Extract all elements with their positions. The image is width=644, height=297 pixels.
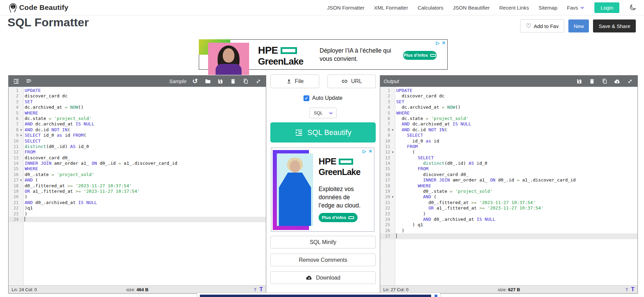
add-to-fav-button[interactable]: ♡ Add to Fav — [520, 19, 565, 32]
delete-icon-output[interactable] — [588, 77, 596, 85]
line-number: 12 — [380, 149, 390, 155]
moon-icon — [629, 4, 636, 11]
bottom-ad-strip[interactable] — [197, 293, 440, 297]
fold-arrow-icon[interactable]: ▾ — [390, 149, 395, 155]
code-line: 5WHERE — [9, 110, 266, 116]
file-upload-button[interactable]: File — [270, 75, 319, 88]
middle-column: File URL ✓ Auto Update SQL SQL Beautify — [270, 75, 376, 294]
open-folder-icon[interactable] — [204, 77, 212, 85]
code-line: 14INNER JOIN amr_order a1_ ON d0_.id = a… — [9, 161, 266, 166]
nav-sitemap[interactable]: Sitemap — [539, 5, 557, 11]
line-number: 21 — [380, 200, 390, 205]
line-number: 14 — [380, 161, 390, 166]
adchoices-icon[interactable]: ▷ — [436, 40, 439, 45]
login-button[interactable]: Login — [594, 2, 619, 13]
code-line: 9▾SELECT id_0 as id FROM( — [9, 133, 266, 138]
fold-arrow-icon[interactable]: ▾ — [18, 127, 24, 133]
code-line: 20▾ AND ( — [380, 194, 637, 200]
save-icon-output[interactable] — [575, 77, 583, 85]
banner-ad[interactable]: HPE GreenLake Déployer l’IA à l’échelle … — [199, 39, 448, 70]
ad-cta-button[interactable]: Plus d’infos — [403, 51, 437, 60]
save-icon[interactable] — [216, 77, 224, 85]
nav-calculators[interactable]: Calculators — [417, 5, 443, 11]
code-line: 6dc.state = 'project_sold' — [9, 116, 266, 121]
ad-close-icon-2[interactable]: ✕ — [369, 149, 372, 154]
download-button[interactable]: Download — [270, 271, 376, 284]
language-select[interactable]: SQL — [309, 108, 337, 118]
fold-arrow-icon[interactable]: ▾ — [18, 177, 24, 183]
ad-close-icon[interactable]: ✕ — [442, 40, 446, 45]
brand[interactable]: Code Beautify — [8, 2, 68, 13]
code-line: 19OR a1_.fittered_at >= '2023-11-27 10:3… — [9, 189, 266, 194]
fold-arrow-icon[interactable]: ▾ — [18, 133, 24, 138]
line-number: 19 — [380, 189, 390, 194]
nav-xml-formatter[interactable]: XML Formatter — [374, 5, 408, 11]
line-number: 16 — [380, 172, 390, 177]
ad-woman-photo — [208, 43, 249, 75]
sql-beautify-button[interactable]: SQL Beautify — [270, 122, 376, 143]
save-share-button[interactable]: Save & Share — [593, 19, 636, 32]
history-icon[interactable]: ↺ — [191, 77, 199, 85]
line-number: 15 — [380, 166, 390, 172]
square-ad[interactable]: HPE GreenLake Exploitez vos données de l… — [271, 148, 374, 232]
code-line: 13discover_card d0_ — [9, 155, 266, 161]
select-chevron-icon — [329, 111, 333, 116]
copy-icon[interactable] — [242, 77, 250, 85]
line-number: 8 — [9, 127, 18, 133]
auto-update-checkbox[interactable]: ✓ — [304, 95, 309, 101]
navbar: Code Beautify JSON Formatter XML Formatt… — [0, 0, 644, 15]
font-increase-button[interactable]: T — [259, 286, 263, 293]
link-icon — [341, 78, 348, 85]
fullscreen-icon[interactable] — [254, 77, 262, 85]
line-number: 17 — [380, 177, 390, 183]
adchoices-icon-2[interactable]: ▷ — [363, 149, 366, 154]
input-editor-panel: Sample ↺ 1UPDATE2discover_card dc3SET4dc… — [8, 75, 266, 294]
nav-json-beautifier[interactable]: JSON Beautifier — [453, 5, 490, 11]
input-status-bar: Ln: 24 Col: 0 size: 464 B T T — [9, 285, 266, 293]
ad-cta-button-2[interactable]: Plus d’infos — [319, 213, 358, 222]
line-number: 5 — [380, 110, 390, 116]
sample-link[interactable]: Sample — [169, 78, 186, 84]
font-decrease-button-output[interactable]: T — [626, 287, 628, 292]
new-button[interactable]: New — [568, 19, 589, 32]
copy-icon-output[interactable] — [601, 77, 609, 85]
line-number: 20 — [380, 194, 390, 200]
dark-mode-toggle[interactable] — [629, 4, 636, 11]
code-line: 18d0_.fittered_at >= '2023-11-27 10:37:5… — [9, 183, 266, 189]
url-load-button[interactable]: URL — [327, 75, 376, 88]
fold-arrow-icon[interactable]: ▾ — [390, 127, 395, 133]
code-line: 24 AND d0_.archived_at IS NULL — [380, 217, 637, 222]
text-cursor — [25, 217, 25, 221]
code-line: 7 AND dc.archived_at IS NULL — [380, 121, 637, 127]
nav-recent-links[interactable]: Recent Links — [499, 5, 529, 11]
line-number: 22 — [9, 205, 18, 211]
nav-json-formatter[interactable]: JSON Formatter — [327, 5, 364, 11]
fold-arrow-icon[interactable]: ▾ — [390, 194, 395, 200]
cloud-download-icon-output[interactable] — [613, 77, 621, 85]
fullscreen-icon-output[interactable] — [626, 77, 634, 85]
output-status-bar: Ln: 27 Col: 0 size: 627 B T T — [380, 285, 637, 293]
code-line: 4dc.archived_at = NOW() — [9, 105, 266, 110]
sql-minify-button[interactable]: SQL Minify — [270, 236, 376, 248]
font-decrease-button[interactable]: T — [254, 287, 256, 292]
code-line: 12FROM — [9, 149, 266, 155]
line-number: 1 — [380, 88, 390, 93]
page: Code Beautify JSON Formatter XML Formatt… — [0, 0, 644, 297]
code-line: 16d0_.state = 'project_sold' — [9, 172, 266, 177]
code-line: 23) — [9, 211, 266, 217]
compact-lines-icon[interactable] — [25, 77, 33, 85]
code-line: 11 FROM — [380, 144, 637, 149]
delete-icon[interactable] — [229, 77, 237, 85]
code-line: 8▾AND dc.id NOT IN( — [9, 127, 266, 133]
format-indent-icon[interactable] — [12, 77, 20, 85]
nav-favs-dropdown[interactable]: Favs — [567, 5, 585, 11]
output-code-area[interactable]: 1UPDATE2 discover_card dc3SET4 dc.archiv… — [380, 87, 637, 285]
input-code-area[interactable]: 1UPDATE2discover_card dc3SET4dc.archived… — [9, 87, 266, 285]
remove-comments-button[interactable]: Remove Comments — [270, 254, 376, 266]
code-line: 8▾ AND dc.id NOT IN( — [380, 127, 637, 133]
line-number: 27 — [380, 233, 390, 239]
font-increase-button-output[interactable]: T — [631, 286, 634, 293]
line-number: 12 — [9, 149, 18, 155]
code-line: 2discover_card dc — [9, 93, 266, 99]
line-number: 7 — [380, 121, 390, 127]
